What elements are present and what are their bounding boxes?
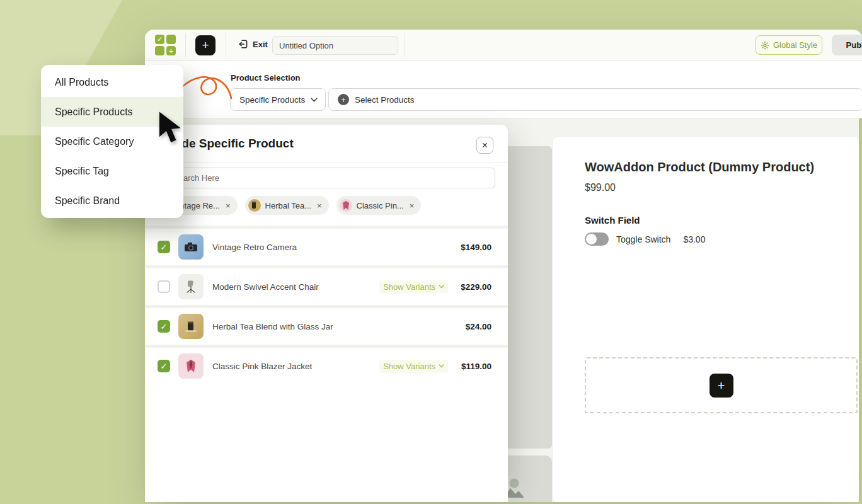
- menu-item-specific-tag[interactable]: Specific Tag: [41, 156, 183, 186]
- product-name: Modern Swivel Accent Chair: [212, 282, 319, 292]
- toggle-row: Toggle Switch $3.00: [585, 232, 859, 246]
- product-thumbnail: [178, 234, 204, 260]
- toggle-switch-price: $3.00: [683, 234, 705, 244]
- include-specific-product-modal: Include Specific Product × Vintage Re...…: [145, 125, 508, 502]
- selected-product-chips: Vintage Re... × Herbal Tea... × Classic …: [152, 196, 421, 215]
- menu-item-specific-products[interactable]: Specific Products: [41, 97, 183, 127]
- add-option-button[interactable]: +: [195, 35, 216, 55]
- product-row: Herbal Tea Blend with Glass Jar $24.00: [145, 305, 508, 345]
- show-variants-label: Show Variants: [383, 282, 435, 292]
- switch-field-label: Switch Field: [585, 215, 859, 226]
- checkbox-checked[interactable]: [158, 360, 170, 372]
- product-selection-section: Product Selection Specific Products + Se…: [145, 61, 862, 118]
- checkbox-checked[interactable]: [158, 320, 170, 333]
- chevron-down-icon: [311, 98, 318, 102]
- toggle-switch-label: Toggle Switch: [616, 234, 670, 244]
- product-thumbnail: [178, 353, 204, 379]
- toggle-switch[interactable]: [585, 232, 609, 246]
- modal-header: Include Specific Product ×: [145, 125, 508, 163]
- chip-remove-icon[interactable]: ×: [226, 201, 231, 210]
- add-field-dropzone: +: [585, 357, 858, 413]
- toolbar-divider: [226, 33, 226, 57]
- product-price: $119.00: [457, 362, 491, 371]
- product-type-menu: All Products Specific Products Specific …: [41, 65, 183, 218]
- product-row: Modern Swivel Accent Chair Show Variants…: [145, 265, 508, 305]
- show-variants-button[interactable]: Show Variants: [379, 280, 448, 294]
- app-logo-icon: ✓ +: [155, 35, 176, 56]
- app-window: ✓ + + Exit: [145, 30, 862, 502]
- show-variants-label: Show Variants: [383, 362, 435, 371]
- logo-square: [155, 46, 164, 55]
- toolbar-divider: [185, 33, 186, 57]
- product-thumbnail: [178, 274, 204, 299]
- chip-label: Classic Pin...: [357, 201, 404, 210]
- gear-icon: [761, 41, 769, 50]
- product-row: Classic Pink Blazer Jacket Show Variants…: [145, 345, 508, 384]
- product-selection-dropdown-value: Specific Products: [239, 95, 305, 105]
- option-name-input[interactable]: [272, 36, 398, 55]
- checkbox-unchecked[interactable]: [158, 280, 170, 293]
- top-toolbar: ✓ + + Exit: [145, 30, 862, 61]
- publish-button[interactable]: Publish: [832, 35, 862, 55]
- logo-square: [166, 35, 176, 44]
- product-details-panel: WowAddon Product (Dummy Product) $99.00 …: [553, 137, 859, 502]
- chip-remove-icon[interactable]: ×: [410, 201, 415, 210]
- chip-herbal-tea: Herbal Tea... ×: [245, 196, 329, 215]
- product-name: Herbal Tea Blend with Glass Jar: [212, 322, 333, 331]
- logo-plus-square: +: [166, 46, 176, 55]
- product-price: $229.00: [457, 282, 491, 292]
- chip-remove-icon[interactable]: ×: [317, 201, 322, 210]
- menu-item-specific-category[interactable]: Specific Category: [41, 127, 183, 156]
- select-products-label: Select Products: [355, 95, 415, 105]
- exit-icon: [238, 39, 248, 49]
- toggle-knob: [586, 234, 597, 244]
- search-input[interactable]: [158, 168, 495, 188]
- product-price: $24.00: [457, 322, 491, 331]
- product-list: Vintage Retro Camera $149.00 Modern Swiv…: [145, 226, 508, 384]
- product-price: $99.00: [585, 182, 859, 193]
- menu-item-specific-brand[interactable]: Specific Brand: [41, 186, 183, 215]
- close-icon[interactable]: ×: [476, 137, 493, 154]
- product-selection-dropdown[interactable]: Specific Products: [230, 88, 326, 111]
- logo-check-square: ✓: [155, 35, 164, 44]
- product-price: $149.00: [457, 243, 491, 252]
- product-row: Vintage Retro Camera $149.00: [145, 226, 508, 265]
- chip-label: Herbal Tea...: [265, 201, 311, 210]
- show-variants-button[interactable]: Show Variants: [379, 360, 448, 373]
- checkbox-checked[interactable]: [158, 241, 170, 253]
- global-style-button[interactable]: Global Style: [756, 35, 822, 55]
- chip-thumbnail: [340, 199, 352, 212]
- chip-thumbnail: [248, 199, 261, 212]
- product-thumbnail: [178, 314, 204, 339]
- product-selection-label: Product Selection: [231, 73, 301, 83]
- exit-label: Exit: [253, 40, 268, 49]
- page: ✓ + + Exit: [0, 0, 862, 504]
- chip-classic-pink: Classic Pin... ×: [336, 196, 422, 215]
- global-style-label: Global Style: [773, 40, 817, 50]
- select-products-button[interactable]: + Select Products: [328, 88, 862, 111]
- chevron-down-icon: [439, 285, 444, 289]
- exit-button[interactable]: Exit: [238, 39, 268, 49]
- plus-circle-icon: +: [338, 94, 349, 105]
- product-title: WowAddon Product (Dummy Product): [585, 160, 859, 175]
- add-field-button[interactable]: +: [710, 374, 733, 398]
- product-name: Classic Pink Blazer Jacket: [212, 362, 312, 371]
- menu-item-all-products[interactable]: All Products: [41, 67, 183, 97]
- toolbar-divider: [405, 33, 405, 57]
- chevron-down-icon: [439, 364, 444, 368]
- product-name: Vintage Retro Camera: [212, 243, 297, 252]
